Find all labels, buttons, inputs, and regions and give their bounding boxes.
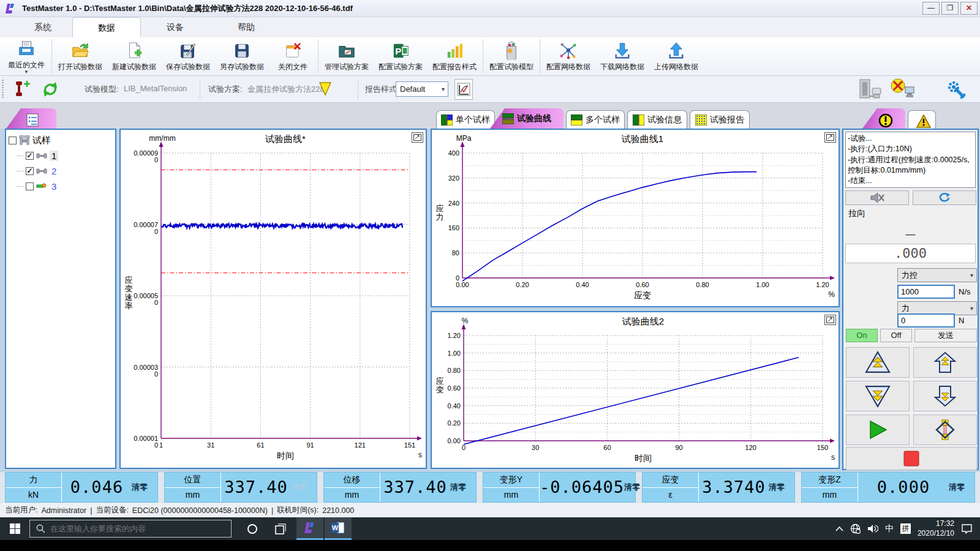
- toolbar-save-as-data[interactable]: 另存试验数据: [215, 37, 269, 75]
- start-button[interactable]: [0, 517, 29, 540]
- toolbar-open-data[interactable]: 打开试验数据: [53, 37, 107, 75]
- emergency-stop-icon[interactable]: [889, 78, 918, 100]
- menu-help[interactable]: 帮助: [212, 17, 281, 37]
- ime-language-indicator[interactable]: 中: [885, 523, 894, 534]
- rate-input[interactable]: [897, 285, 955, 299]
- send-button[interactable]: 发送: [914, 329, 977, 342]
- scheme-filter-icon[interactable]: [318, 81, 332, 96]
- curve-settings-button[interactable]: [454, 79, 473, 100]
- control-mode-select[interactable]: 力控 ▾: [897, 268, 977, 282]
- checkbox[interactable]: ✓: [26, 152, 34, 160]
- tree-root-specimens[interactable]: 试样: [9, 134, 113, 146]
- measure-unit: mm: [483, 488, 539, 503]
- notification-center-icon[interactable]: [961, 523, 973, 534]
- toolbar-close-file[interactable]: 关闭文件: [269, 37, 317, 75]
- ime-mode-indicator[interactable]: 拼: [900, 523, 911, 534]
- toolbar-configure-report[interactable]: 配置报告样式: [428, 37, 481, 75]
- task-view-button[interactable]: [267, 517, 294, 540]
- checkbox[interactable]: [26, 182, 34, 190]
- checkbox[interactable]: [9, 137, 17, 144]
- tree-item-specimen-2[interactable]: ✓ 2: [17, 165, 113, 177]
- toolbar2-separator: [200, 80, 200, 99]
- tray-expand-icon[interactable]: [835, 526, 843, 531]
- measure-unit: mm: [324, 488, 380, 503]
- cortana-button[interactable]: [239, 517, 266, 540]
- settings-wrench-icon[interactable]: [946, 79, 967, 100]
- checkbox[interactable]: ✓: [26, 167, 34, 175]
- jog-down-slow-button[interactable]: [913, 381, 977, 411]
- toolbar-item-label: 打开试验数据: [58, 62, 102, 72]
- tab-multi-specimen[interactable]: 多个试样: [566, 110, 625, 129]
- configure-network-icon: [559, 41, 578, 61]
- jog-down-fast-button[interactable]: [846, 381, 910, 411]
- taskbar-search[interactable]: [29, 520, 232, 538]
- toolbar-configure-scheme[interactable]: P 配置试验方案: [374, 37, 428, 75]
- tab-single-specimen[interactable]: 单个试样: [436, 110, 495, 129]
- network-globe-icon[interactable]: [850, 523, 861, 534]
- clear-zero-button[interactable]: 清零: [132, 473, 157, 502]
- toolbar-configure-model[interactable]: 配置试验模型: [484, 37, 538, 75]
- toolbar-download-network[interactable]: 下载网络数据: [595, 37, 649, 75]
- return-specimen-button[interactable]: [913, 414, 977, 445]
- volume-icon[interactable]: [867, 524, 878, 533]
- tab-test-info[interactable]: 试验信息: [627, 110, 687, 129]
- tab-test-report[interactable]: 试验报告: [690, 110, 750, 129]
- toolbar-upload-network[interactable]: 上传网络数据: [649, 37, 703, 75]
- run-test-button[interactable]: [846, 414, 910, 445]
- menu-system[interactable]: 系统: [9, 17, 77, 37]
- curve-settings-icon: [457, 82, 470, 97]
- measure-unit: mm: [802, 488, 858, 503]
- svg-text:应变速率: 应变速率: [125, 276, 133, 310]
- measure-position: 位置 mm 337.40 清零: [164, 472, 317, 503]
- toolbar-new-data[interactable]: 新建试验数据: [107, 37, 161, 75]
- tree-item-specimen-3[interactable]: 3: [17, 180, 113, 192]
- toolbar: 最近的文件 ▼ 打开试验数据 新建试验数据: [0, 37, 980, 76]
- toolbar-configure-network[interactable]: 配置网络数据: [541, 37, 595, 75]
- stop-button[interactable]: [846, 447, 977, 470]
- off-button[interactable]: Off: [880, 329, 912, 342]
- menu-data[interactable]: 数据: [72, 17, 141, 37]
- tree-item-specimen-1[interactable]: ✓ 1: [17, 149, 113, 162]
- popout-chart-button[interactable]: [824, 132, 836, 143]
- minimize-button[interactable]: —: [922, 2, 940, 15]
- tab-warnings[interactable]: [908, 110, 936, 129]
- popout-chart-button[interactable]: [824, 315, 836, 325]
- report-style-select[interactable]: Default ▾: [396, 81, 448, 97]
- add-specimen-icon[interactable]: [12, 80, 33, 99]
- current-user-value: Administrator: [41, 506, 86, 515]
- jog-up-slow-button[interactable]: [913, 347, 977, 378]
- target-input[interactable]: [897, 313, 955, 328]
- toolbar-manage-scheme[interactable]: 管理试验方案: [320, 37, 374, 75]
- svg-text:0.00: 0.00: [448, 437, 461, 444]
- online-time-value: 2210.000: [322, 506, 354, 515]
- on-button[interactable]: On: [846, 329, 878, 342]
- taskbar-word-app[interactable]: W: [325, 517, 352, 540]
- mute-button[interactable]: [845, 190, 909, 205]
- taskbar-testmaster-app[interactable]: [296, 517, 323, 540]
- taskbar-clock[interactable]: 17:32 2020/12/10: [918, 519, 954, 538]
- toolbar-save-data[interactable]: 保存试验数据: [161, 37, 215, 75]
- separator: |: [271, 506, 273, 515]
- clear-zero-button[interactable]: 清零: [450, 473, 476, 502]
- clear-zero-button[interactable]: 清零: [769, 473, 794, 502]
- scheme-value: 金属拉伸试验方法228: [247, 84, 325, 95]
- control-panel: -试验... -执行:(入口力:10N) -执行:通用过程(控制速度:0.000…: [842, 129, 979, 470]
- search-input[interactable]: [50, 524, 216, 533]
- svg-text:60: 60: [603, 444, 611, 451]
- popout-chart-button[interactable]: [412, 132, 423, 143]
- maximize-button[interactable]: ❐: [941, 2, 959, 15]
- toolbar-drag-handle[interactable]: [2, 80, 4, 99]
- clear-zero-button[interactable]: 清零: [949, 473, 974, 502]
- toolbar-item-label: 管理试验方案: [325, 62, 369, 72]
- jog-up-fast-button[interactable]: [846, 347, 910, 378]
- machine-icon[interactable]: [858, 78, 886, 100]
- refresh-icon[interactable]: [40, 80, 60, 99]
- svg-text:%: %: [828, 290, 835, 299]
- toolbar-separator: [540, 39, 540, 73]
- menubar: 系统 数据 设备 帮助: [0, 17, 980, 37]
- toolbar-recent-files[interactable]: 最近的文件 ▼: [2, 37, 50, 75]
- loop-button[interactable]: [913, 190, 976, 205]
- menu-device[interactable]: 设备: [141, 17, 209, 37]
- toolbar-item-label: 下载网络数据: [600, 62, 644, 72]
- close-button[interactable]: ✕: [960, 2, 978, 15]
